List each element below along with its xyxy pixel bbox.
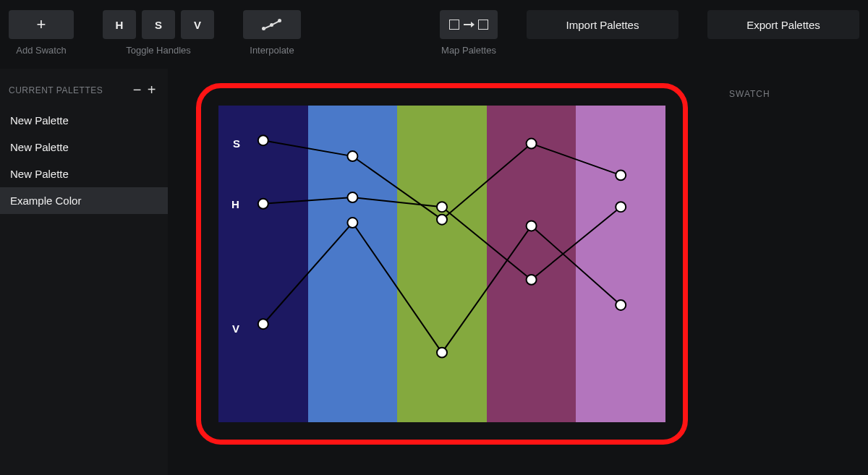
handle[interactable] [347,151,357,161]
map-palettes-icon [449,20,488,30]
handle[interactable] [616,202,626,212]
toggle-handles-group: H S V Toggle Handles [103,10,214,56]
add-palette-button[interactable]: + [145,82,159,98]
add-swatch-group: + Add Swatch [9,10,74,56]
right-panel: SWATCH [716,69,868,475]
add-swatch-label: Add Swatch [16,45,66,56]
toggle-s-button[interactable]: S [142,10,175,39]
handle[interactable] [437,215,447,225]
axis-label-s: S [233,137,240,150]
palette-item[interactable]: New Palette [0,107,168,134]
swatch-panel-title: SWATCH [729,89,855,99]
handle[interactable] [258,135,268,145]
interpolate-icon [262,18,282,31]
interpolate-label: Interpolate [250,45,294,56]
handle[interactable] [527,221,537,231]
handle[interactable] [527,275,537,285]
sidebar-header: CURRENT PALETTES − + [0,82,168,107]
handle[interactable] [258,199,268,209]
sidebar: CURRENT PALETTES − + New PaletteNew Pale… [0,69,168,475]
palette-viewer[interactable]: S H V [196,83,688,445]
import-palettes-button[interactable]: Import Palettes [527,10,678,39]
map-palettes-button[interactable] [440,10,498,39]
sidebar-title: CURRENT PALETTES [9,85,130,95]
export-palettes-button[interactable]: Export Palettes [707,10,859,39]
viewer-area: S H V [168,69,716,475]
handle[interactable] [347,218,357,228]
palette-item[interactable]: New Palette [0,134,168,161]
map-palettes-group: Map Palettes [440,10,498,56]
handle[interactable] [527,139,537,149]
handle[interactable] [437,348,447,358]
top-toolbar: + Add Swatch H S V Toggle Handles Interp… [0,0,868,69]
axis-label-v: V [232,322,239,335]
palette-item[interactable]: New Palette [0,161,168,187]
interpolate-group: Interpolate [243,10,301,56]
axis-label-h: H [231,198,239,210]
remove-palette-button[interactable]: − [130,82,145,98]
map-palettes-label: Map Palettes [441,45,496,56]
hsv-graph[interactable]: S H V [218,106,665,422]
toggle-h-button[interactable]: H [103,10,136,39]
handle[interactable] [437,202,447,212]
palette-item[interactable]: Example Color [0,187,168,214]
handle[interactable] [347,192,357,202]
toggle-handles-label: Toggle Handles [126,45,191,56]
handle[interactable] [258,319,268,329]
handle[interactable] [616,300,626,310]
palette-list: New PaletteNew PaletteNew PaletteExample… [0,107,168,214]
interpolate-button[interactable] [243,10,301,39]
toggle-v-button[interactable]: V [181,10,214,39]
add-swatch-button[interactable]: + [9,10,74,39]
handle[interactable] [616,170,626,180]
